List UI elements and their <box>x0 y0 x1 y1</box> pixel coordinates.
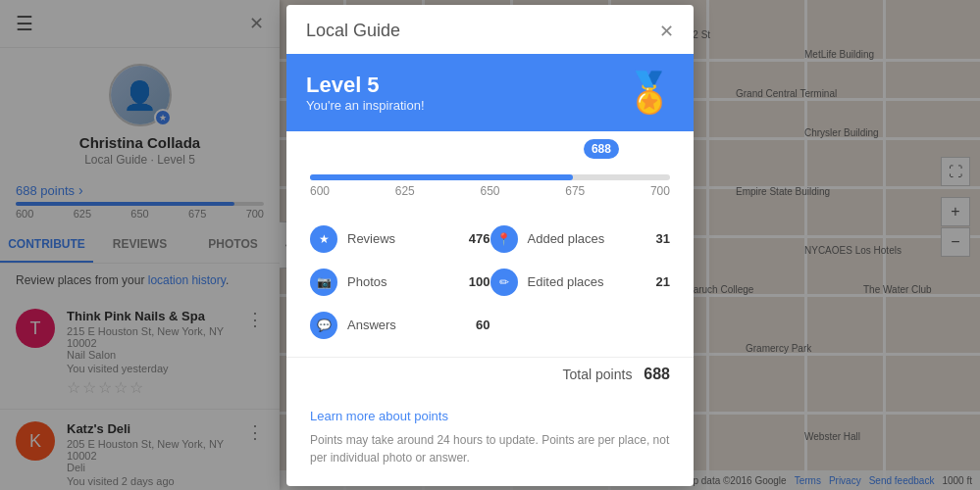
stat-icon: ✏ <box>490 269 518 296</box>
points-note: Points may take around 24 hours to updat… <box>286 427 694 486</box>
stat-value: 60 <box>461 318 490 332</box>
stat-value: 100 <box>461 274 490 289</box>
modal-close-button[interactable]: ✕ <box>659 21 674 42</box>
stat-icon: 📍 <box>490 225 518 253</box>
stat-row: ✏ Edited places 21 <box>490 261 671 304</box>
stat-value: 31 <box>641 231 670 246</box>
stat-row: 📍 Added places 31 <box>490 218 671 261</box>
level-label: Level 5 <box>306 73 425 98</box>
level-subtitle: You're an inspiration! <box>306 98 425 113</box>
modal-progress-bar <box>310 174 670 180</box>
modal-progress-area: 688 600 625 650 675 700 <box>286 131 694 208</box>
modal-header: Local Guide ✕ <box>286 5 694 54</box>
stat-icon: 📷 <box>310 269 337 296</box>
stat-icon: 💬 <box>310 312 337 339</box>
modal-progress-fill <box>310 174 573 180</box>
stat-row: ★ Reviews 476 <box>310 218 490 261</box>
stat-icon: ★ <box>310 225 337 253</box>
level-text: Level 5 You're an inspiration! <box>306 73 425 113</box>
total-points-label: Total points <box>563 367 633 382</box>
stat-label: Answers <box>347 318 451 332</box>
local-guide-modal: Local Guide ✕ Level 5 You're an inspirat… <box>286 5 694 486</box>
stat-label: Reviews <box>347 231 451 246</box>
learn-more-link[interactable]: Learn more about points <box>286 399 694 427</box>
modal-stats: ★ Reviews 476 📍 Added places 31 📷 Photos… <box>286 208 694 357</box>
stat-label: Edited places <box>528 274 632 289</box>
stat-label: Added places <box>528 231 632 246</box>
modal-points-bubble: 688 <box>584 139 619 159</box>
stat-row: 💬 Answers 60 <box>310 304 490 347</box>
modal-overlay: Local Guide ✕ Level 5 You're an inspirat… <box>0 0 980 490</box>
total-points-row: Total points 688 <box>286 357 694 395</box>
stat-row: 📷 Photos 100 <box>310 261 490 304</box>
stat-value: 21 <box>641 274 670 289</box>
stat-label: Photos <box>347 274 451 289</box>
modal-level-banner: Level 5 You're an inspiration! 🏅 <box>286 54 694 131</box>
stat-value: 476 <box>461 231 490 246</box>
modal-title: Local Guide <box>306 21 400 41</box>
modal-progress-labels: 600 625 650 675 700 <box>310 184 670 198</box>
total-points-value: 688 <box>644 366 670 382</box>
level-icon: 🏅 <box>625 70 674 116</box>
